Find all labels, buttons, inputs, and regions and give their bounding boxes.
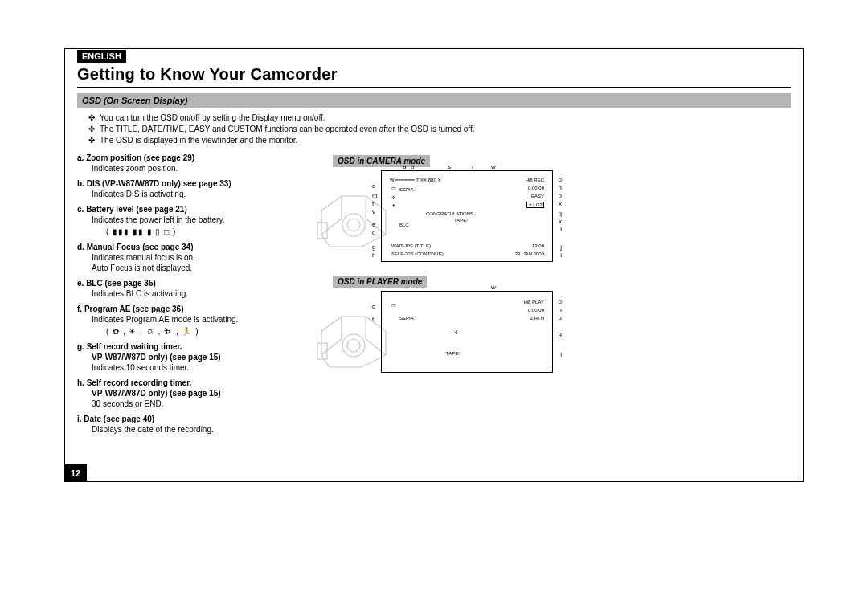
title-rule bbox=[77, 87, 791, 88]
page-frame: ENGLISH Getting to Know Your Camcorder O… bbox=[64, 48, 804, 482]
player-mode-heading: OSD in PLAYER mode bbox=[333, 276, 427, 288]
svg-point-0 bbox=[342, 214, 365, 236]
section-heading: OSD (On Screen Display) bbox=[77, 93, 791, 108]
page-number: 12 bbox=[64, 464, 87, 482]
diagrams-column: OSD in CAMERA mode a b bbox=[318, 153, 791, 439]
ae-icons-row: ( ✿ , ☀ , ⛭ , ⛷ , 🏃 ) bbox=[106, 326, 318, 337]
intro-bullets: ✤You can turn the OSD on/off by setting … bbox=[88, 112, 791, 146]
svg-point-1 bbox=[347, 219, 360, 231]
intro-bullet: The TITLE, DATE/TIME, EASY and CUSTOM fu… bbox=[100, 124, 475, 135]
manual-page: ENGLISH Getting to Know Your Camcorder O… bbox=[0, 0, 868, 613]
svg-point-4 bbox=[347, 339, 360, 352]
intro-bullet: The OSD is displayed in the viewfinder a… bbox=[100, 135, 297, 146]
player-osd-diagram: w c t o n u q l ▭ Hi8 PLAY 0:00:00 Z.RTN… bbox=[333, 291, 791, 373]
language-tag: ENGLISH bbox=[77, 50, 126, 63]
svg-point-3 bbox=[342, 334, 365, 357]
definitions-list: a. Zoom position (see page 29)Indicates … bbox=[77, 153, 318, 439]
page-title: Getting to Know Your Camcorder bbox=[77, 65, 791, 84]
intro-bullet: You can turn the OSD on/off by setting t… bbox=[100, 112, 326, 124]
camera-osd-diagram: a b s r w c m f v e d g h bbox=[333, 170, 791, 262]
player-osd-screen: w c t o n u q l ▭ Hi8 PLAY 0:00:00 Z.RTN… bbox=[381, 291, 553, 373]
camera-mode-heading: OSD in CAMERA mode bbox=[333, 155, 430, 167]
camera-osd-screen: a b s r w c m f v e d g h bbox=[381, 170, 553, 262]
battery-icons-row: ( ▮▮▮ ▮▮ ▮ ▯ □ ) bbox=[106, 227, 318, 237]
